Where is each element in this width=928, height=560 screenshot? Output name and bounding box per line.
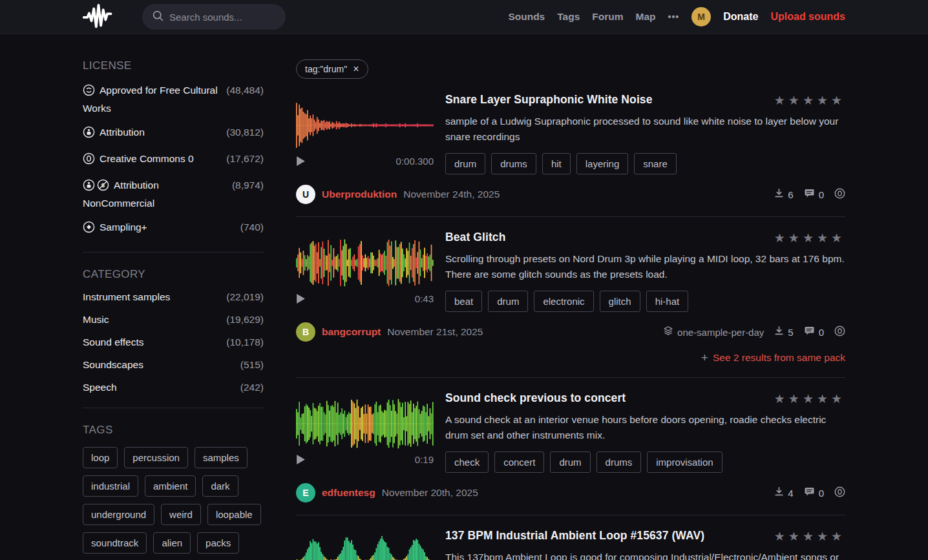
license-label: Creative Commons 0 xyxy=(100,153,194,164)
rating-stars[interactable]: ★★★★★ xyxy=(774,93,845,108)
nav-link-sounds[interactable]: Sounds xyxy=(508,11,545,23)
cc-sampling-icon xyxy=(83,221,95,238)
rating-stars[interactable]: ★★★★★ xyxy=(774,231,845,245)
search-results: tag:"drum" × 0:00.300 Snare Layer Suprap… xyxy=(296,59,845,560)
category-filter-speech[interactable]: Speech (242) xyxy=(83,382,264,393)
sidebar-divider xyxy=(83,252,264,253)
license-filter-attribution[interactable]: Attribution (30,812) xyxy=(83,125,264,143)
waveform-image[interactable] xyxy=(296,398,434,450)
sound-title[interactable]: Snare Layer Supraphonic White Noise xyxy=(445,93,765,107)
search-input[interactable] xyxy=(169,12,275,23)
category-filter-soundscapes[interactable]: Soundscapes (515) xyxy=(83,359,264,371)
category-heading: CATEGORY xyxy=(83,268,264,281)
waveform-image[interactable] xyxy=(296,535,434,560)
sound-tag[interactable]: check xyxy=(445,451,489,473)
remove-filter-icon[interactable]: × xyxy=(353,64,359,74)
sound-title[interactable]: 137 BPM Industrial Ambient Loop #15637 (… xyxy=(445,529,765,543)
sound-tag[interactable]: hit xyxy=(542,153,571,174)
result-divider xyxy=(296,216,845,217)
tag-filter[interactable]: samples xyxy=(195,447,248,468)
sound-tag[interactable]: concert xyxy=(494,451,544,473)
tag-filter[interactable]: loop xyxy=(83,447,118,468)
license-count: (8,974) xyxy=(232,178,264,211)
downloads-count: 6 xyxy=(788,189,793,200)
nav-link-map[interactable]: Map xyxy=(635,11,655,23)
license-cc0-icon[interactable] xyxy=(834,326,845,339)
license-filter-cc0[interactable]: Creative Commons 0 (17,672) xyxy=(83,151,264,169)
username-link[interactable]: bangcorrupt xyxy=(322,326,381,338)
user-avatar[interactable]: U xyxy=(296,185,315,204)
tag-cloud: loop percussion samples industrial ambie… xyxy=(83,447,264,560)
more-menu-icon[interactable]: ••• xyxy=(668,12,679,22)
user-avatar[interactable]: E xyxy=(296,483,315,503)
tag-filter[interactable]: packs xyxy=(197,532,239,554)
sound-tag[interactable]: drums xyxy=(596,451,642,473)
downloads-icon xyxy=(774,326,784,338)
category-filter-sound-effects[interactable]: Sound effects (10,178) xyxy=(83,337,264,348)
nav-link-forum[interactable]: Forum xyxy=(592,11,623,23)
result-divider xyxy=(296,377,845,378)
rating-stars[interactable]: ★★★★★ xyxy=(774,529,845,544)
license-filter-fcw[interactable]: Approved for Free Cultural Works (48,484… xyxy=(83,83,264,116)
tag-filter[interactable]: loopable xyxy=(207,504,261,525)
category-filter-instrument-samples[interactable]: Instrument samples (22,019) xyxy=(83,291,264,303)
tags-heading: TAGS xyxy=(83,424,264,437)
license-cc0-icon[interactable] xyxy=(834,486,845,500)
sound-tag[interactable]: snare xyxy=(634,153,677,174)
license-cc0-icon[interactable] xyxy=(834,188,845,202)
duration-label: 0:19 xyxy=(415,454,434,465)
sound-tag[interactable]: beat xyxy=(445,291,482,312)
see-pack-results-link[interactable]: See 2 results from same pack xyxy=(713,352,845,363)
upload-sounds-button[interactable]: Upload sounds xyxy=(770,11,845,23)
license-filter-by-nc[interactable]: $Attribution NonCommercial (8,974) xyxy=(83,178,264,211)
tag-filter[interactable]: underground xyxy=(83,504,154,525)
play-button[interactable] xyxy=(296,156,306,167)
waveform-image[interactable] xyxy=(296,99,434,151)
tag-filter[interactable]: soundtrack xyxy=(83,532,147,554)
sound-tag[interactable]: hi-hat xyxy=(646,291,689,312)
category-label: Instrument samples xyxy=(83,291,170,303)
sound-tag[interactable]: improvisation xyxy=(647,451,722,473)
sound-tag[interactable]: drums xyxy=(491,153,536,174)
play-button[interactable] xyxy=(296,293,306,304)
license-filter-sampling[interactable]: Sampling+ (740) xyxy=(83,220,264,238)
plus-icon: + xyxy=(701,351,708,364)
sound-description: A sound check at an interior venue hours… xyxy=(445,412,845,443)
comments-icon xyxy=(804,486,815,499)
play-button[interactable] xyxy=(296,454,306,465)
waveform-image[interactable] xyxy=(296,237,434,289)
tag-filter[interactable]: alien xyxy=(153,532,191,554)
comments-icon xyxy=(804,188,815,201)
rating-stars[interactable]: ★★★★★ xyxy=(774,391,845,406)
sound-title[interactable]: Beat Glitch xyxy=(445,231,765,244)
tag-filter[interactable]: industrial xyxy=(83,475,138,497)
sound-result: 0:14 137 BPM Industrial Ambient Loop #15… xyxy=(296,529,845,560)
user-menu-avatar[interactable]: M xyxy=(691,7,711,26)
license-count: (17,672) xyxy=(226,151,264,169)
category-filter-music[interactable]: Music (19,629) xyxy=(83,314,264,326)
tag-filter[interactable]: ambient xyxy=(145,475,196,497)
sound-tag[interactable]: electronic xyxy=(534,291,593,312)
freesound-logo-icon[interactable] xyxy=(83,3,120,30)
sound-tag[interactable]: drum xyxy=(488,291,528,312)
sound-title[interactable]: Sound check previous to concert xyxy=(445,391,765,405)
username-link[interactable]: edfuentesg xyxy=(322,487,375,499)
sound-tag[interactable]: drum xyxy=(550,451,590,473)
tag-filter[interactable]: dark xyxy=(202,475,238,497)
result-divider xyxy=(296,515,845,515)
upload-date: November 20th, 2025 xyxy=(382,487,478,499)
username-link[interactable]: Uberproduktion xyxy=(322,189,397,200)
sound-tag[interactable]: layering xyxy=(576,153,629,174)
donate-button[interactable]: Donate xyxy=(723,11,758,23)
active-filter-chip[interactable]: tag:"drum" × xyxy=(296,59,368,79)
sound-tag[interactable]: drum xyxy=(445,153,485,174)
tag-filter[interactable]: weird xyxy=(161,504,201,525)
nav-link-tags[interactable]: Tags xyxy=(557,11,580,23)
license-label: Approved for Free Cultural Works xyxy=(83,85,218,114)
pack-link[interactable]: one-sample-per-day xyxy=(677,327,764,338)
category-label: Soundscapes xyxy=(83,359,143,371)
search-bar[interactable] xyxy=(142,4,286,30)
user-avatar[interactable]: B xyxy=(296,322,315,342)
tag-filter[interactable]: percussion xyxy=(124,447,188,468)
sound-tag[interactable]: glitch xyxy=(600,291,640,312)
